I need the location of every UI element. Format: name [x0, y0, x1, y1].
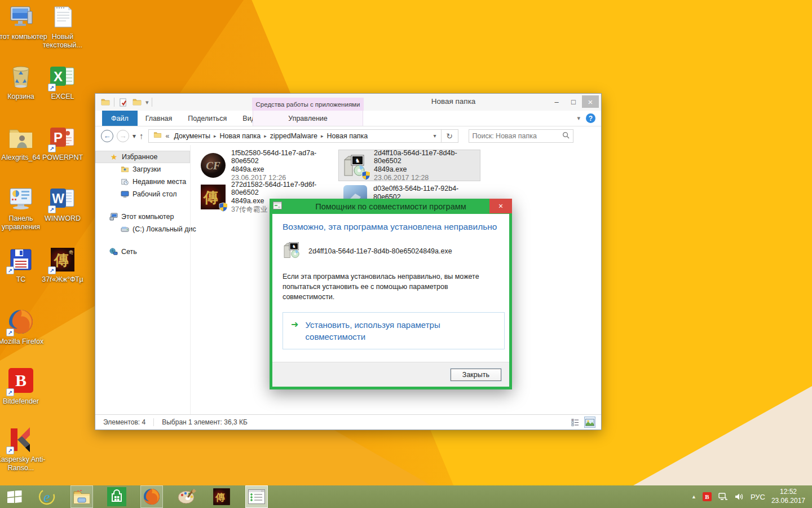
volume-tray-icon[interactable]	[734, 492, 744, 502]
selection-info: Выбран 1 элемент: 36,3 КБ	[154, 418, 255, 426]
breadcrumb[interactable]: « Документы ▸ Новая папка ▸ zippedMalwar…	[148, 129, 442, 143]
uac-shield-icon	[218, 202, 228, 212]
desktop-icon-label: Новый текстовый...	[32, 33, 94, 50]
option-label: Установить, используя параметры совмести…	[305, 319, 474, 343]
search-icon[interactable]	[562, 132, 570, 141]
dialog-close-footer-button[interactable]: Закрыть	[451, 369, 501, 381]
sidebar-item-desktop[interactable]: Рабочий стол	[95, 188, 190, 200]
network-icon	[109, 247, 118, 256]
ribbon-collapse-icon[interactable]: ▾	[577, 115, 580, 122]
start-button[interactable]	[0, 485, 29, 508]
sidebar-item-recent-places[interactable]: Недавние места	[95, 176, 190, 188]
back-button[interactable]: ←	[101, 130, 113, 142]
tab-manage[interactable]: Управление	[253, 111, 363, 126]
tray-expand-icon[interactable]: ▲	[691, 494, 696, 500]
minimize-button[interactable]: –	[548, 95, 565, 108]
sidebar-label: Этот компьютер	[121, 213, 174, 221]
properties-icon[interactable]	[117, 97, 129, 108]
help-icon[interactable]: ?	[586, 113, 595, 123]
bitdefender-tray-icon[interactable]: B	[703, 492, 712, 501]
tab-home[interactable]: Главная	[138, 111, 180, 126]
taskbar-clock[interactable]: 12:52 23.06.2017	[771, 488, 805, 505]
desktop-icon-kaspersky[interactable]: ↗ Kaspersky Anti-Ranso...	[0, 426, 52, 472]
desktop-monitor-icon	[120, 190, 129, 199]
address-bar: ← → ▾ ↑ « Документы ▸ Новая папка ▸ zipp…	[95, 126, 601, 145]
taskbar-compatibility-assistant-icon[interactable]	[245, 485, 268, 508]
user-folder-icon	[7, 124, 34, 151]
option-install-with-compatibility[interactable]: ➜ Установить, используя параметры совмес…	[283, 312, 505, 349]
explorer-titlebar[interactable]: ▾ Средства работы с приложениями Новая п…	[95, 94, 601, 111]
star-icon: ★	[109, 152, 118, 161]
svg-text:CF: CF	[206, 160, 220, 172]
desktop-icon-bitdefender[interactable]: B ↗ Bitdefender	[0, 367, 52, 406]
search-input[interactable]: Поиск: Новая папка	[469, 129, 573, 143]
sidebar-label: Недавние места	[133, 178, 186, 186]
svg-text:X: X	[54, 69, 63, 84]
desktop-icon-winword[interactable]: W ↗ WINWORD	[32, 185, 94, 223]
desktop-icon-excel[interactable]: X ↗ EXCEL	[32, 63, 94, 101]
breadcrumb-item[interactable]: Документы	[171, 132, 213, 140]
breadcrumb-item[interactable]: Новая папка	[324, 132, 370, 140]
sidebar-item-c-drive[interactable]: (C:) Локальный дис	[95, 223, 190, 235]
computer-icon	[109, 212, 118, 221]
sidebar-item-this-pc[interactable]: Этот компьютер	[95, 211, 190, 223]
computer-icon	[7, 3, 34, 30]
breadcrumb-overflow-icon[interactable]: «	[164, 132, 171, 140]
taskbar: e 傳 ▲ B РУС 12:52 23.06.2017	[0, 485, 812, 508]
breadcrumb-item[interactable]: Новая папка	[217, 132, 263, 140]
address-dropdown-icon[interactable]: ▾	[431, 133, 439, 139]
file-name: 2d4ff10a-564d-11e7-8d4b-80e6502	[374, 149, 476, 166]
shortcut-arrow-icon: ↗	[48, 205, 56, 213]
new-folder-icon[interactable]	[131, 97, 143, 108]
breadcrumb-item[interactable]: zippedMalware	[267, 132, 320, 140]
refresh-button[interactable]: ↻	[442, 129, 458, 143]
network-tray-icon[interactable]	[718, 492, 728, 502]
file-tile-selected[interactable]: ♞ 2d4ff10a-564d-11e7-8d4b-80e6502 4849a.…	[338, 150, 480, 181]
sidebar-item-favorites[interactable]: ★ Избранное	[95, 151, 190, 163]
thumbnail-view-icon[interactable]	[584, 417, 595, 428]
desktop-icon-label: Mozilla Firefox	[0, 338, 52, 346]
sidebar-label: Рабочий стол	[133, 190, 176, 198]
close-button[interactable]: ×	[582, 95, 599, 108]
svg-text:奇: 奇	[69, 249, 74, 255]
language-indicator[interactable]: РУС	[751, 493, 765, 501]
navigation-pane: ★ Избранное Загрузки Недавние места Рабо…	[95, 145, 190, 414]
uac-shield-icon	[361, 170, 371, 181]
details-view-icon[interactable]	[570, 417, 581, 428]
up-button[interactable]: ↑	[139, 131, 144, 141]
system-tray: ▲ B РУС 12:52 23.06.2017	[691, 488, 812, 505]
tab-share[interactable]: Поделиться	[180, 111, 235, 126]
desktop-icon-firefox[interactable]: ↗ Mozilla Firefox	[0, 308, 52, 346]
desktop-icon-label: POWERPNT	[32, 154, 94, 162]
taskbar-paint-icon[interactable]	[175, 485, 198, 508]
shortcut-arrow-icon: ↗	[6, 329, 14, 336]
svg-text:W: W	[52, 191, 64, 206]
desktop-icon-powerpnt[interactable]: P ↗ POWERPNT	[32, 124, 94, 162]
forward-button[interactable]: →	[117, 130, 129, 142]
taskbar-explorer-icon[interactable]	[70, 485, 93, 508]
taskbar-ie-icon[interactable]: e	[36, 485, 58, 508]
folder-icon[interactable]	[100, 97, 111, 108]
recent-pages-dropdown-icon[interactable]: ▾	[133, 132, 136, 140]
bitdefender-icon: B ↗	[7, 368, 34, 395]
sidebar-item-downloads[interactable]: Загрузки	[95, 163, 190, 176]
taskbar-firefox-icon[interactable]	[140, 485, 163, 508]
tab-file[interactable]: Файл	[102, 111, 138, 126]
qat-customize-icon[interactable]: ▾	[145, 99, 149, 106]
desktop-icon-game37[interactable]: 傳奇 ↗ 37ŕ«Жж°ФТµ	[32, 246, 94, 284]
taskbar-store-icon[interactable]	[105, 485, 128, 508]
sidebar-label: Загрузки	[133, 165, 161, 173]
shortcut-arrow-icon: ↗	[6, 266, 14, 274]
file-tile[interactable]: CF 1f5b2580-564d-11e7-ad7a-80e6502 4849a…	[196, 150, 338, 181]
desktop-icon-label: EXCEL	[32, 93, 94, 101]
maximize-button[interactable]: □	[565, 95, 582, 108]
quick-access-toolbar: ▾	[100, 97, 152, 108]
compatibility-assistant-dialog: Помощник по совместимости программ × Воз…	[270, 199, 512, 389]
sidebar-item-network[interactable]: Сеть	[95, 246, 190, 258]
shortcut-arrow-icon: ↗	[6, 446, 14, 454]
desktop-icon-label: 37ŕ«Жж°ФТµ	[32, 275, 94, 284]
svg-text:♞: ♞	[355, 157, 360, 164]
shortcut-arrow-icon: ↗	[6, 388, 14, 396]
desktop-icon-new-text[interactable]: Новый текстовый...	[32, 3, 94, 50]
taskbar-game37-icon[interactable]: 傳	[210, 485, 233, 508]
